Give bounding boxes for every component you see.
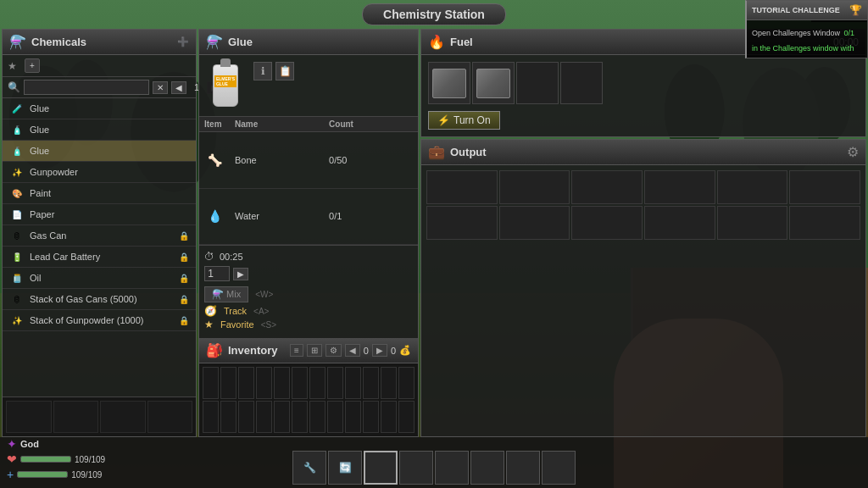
search-input[interactable] — [24, 80, 149, 95]
hotbar-slot[interactable] — [506, 451, 540, 485]
list-item[interactable]: 🛢 Gas Can 🔒 — [3, 225, 196, 247]
grid-button[interactable]: ⊞ — [307, 344, 322, 357]
chem-slot[interactable] — [147, 401, 193, 433]
ui-overlay: Chemistry Station V 1.0 (b309) Pine Fore… — [0, 0, 868, 488]
player-name: God — [20, 439, 46, 449]
prev-inv-button[interactable]: ◀ — [345, 344, 360, 357]
item-icon: 🧴 — [9, 143, 25, 158]
chem-slot[interactable] — [6, 401, 52, 433]
mix-button[interactable]: ⚗️ Mix — [204, 286, 248, 302]
inv-slot[interactable] — [238, 401, 254, 433]
next-inv-button[interactable]: ▶ — [372, 344, 387, 357]
list-item[interactable]: 🔋 Lead Car Battery 🔒 — [3, 247, 196, 268]
list-item[interactable]: 🧴 Glue — [3, 119, 196, 141]
clear-search-button[interactable]: ✕ — [153, 81, 168, 94]
inv-slot[interactable] — [220, 401, 236, 433]
inv-slot[interactable] — [203, 401, 219, 433]
fuel-slot[interactable] — [516, 62, 559, 104]
hotbar-slot[interactable]: 🔄 — [328, 451, 362, 485]
stamina-row: + 109/109 — [7, 468, 105, 481]
inv-slot[interactable] — [203, 367, 219, 399]
recipe-info-button[interactable]: ℹ — [253, 62, 272, 80]
recipe-action-icons: ℹ 📋 — [253, 62, 294, 80]
recipe-book-button[interactable]: 📋 — [275, 62, 294, 80]
output-extra-icon: ⚙ — [847, 144, 859, 160]
list-item[interactable]: ✨ Gunpowder — [3, 162, 196, 183]
output-slot[interactable] — [717, 170, 788, 204]
inv-slot[interactable] — [274, 367, 290, 399]
output-slot[interactable] — [571, 206, 643, 240]
inv-slot[interactable] — [327, 401, 343, 433]
power-icon: ⚡ — [437, 114, 450, 126]
quantity-input[interactable] — [204, 266, 230, 281]
inv-slot[interactable] — [220, 367, 236, 399]
track-label: Track — [224, 306, 247, 316]
star-filter-icon[interactable]: ★ — [8, 60, 21, 72]
player-stats: ✦ God ❤ 109/109 + 109/109 — [7, 437, 105, 481]
list-item[interactable]: 🎨 Paint — [3, 183, 196, 204]
output-title: Output — [450, 146, 487, 158]
metal-plate-icon — [476, 69, 510, 98]
inv-slot[interactable] — [381, 401, 397, 433]
output-slot[interactable] — [717, 206, 788, 240]
title-bar: Chemistry Station V 1.0 (b309) Pine Fore… — [0, 0, 868, 29]
output-slot[interactable] — [789, 206, 860, 240]
fuel-slot[interactable] — [428, 62, 470, 104]
fuel-title: Fuel — [450, 36, 473, 48]
hotbar-slot[interactable] — [470, 451, 504, 485]
ingredient-icon-cell: 💧 — [199, 188, 230, 245]
chem-slot[interactable] — [100, 401, 146, 433]
stamina-fill — [18, 472, 67, 477]
prev-page-button[interactable]: ◀ — [171, 81, 186, 94]
output-slot[interactable] — [644, 206, 715, 240]
track-row[interactable]: 🧭 Track <A> — [204, 304, 413, 318]
inv-slot[interactable] — [363, 401, 379, 433]
quantity-increase-button[interactable]: ▶ — [233, 268, 248, 280]
inventory-section: 🎒 Inventory ≡ ⊞ ⚙ ◀ 0 ▶ 0 💰 — [199, 338, 418, 436]
inv-slot[interactable] — [309, 367, 326, 399]
inv-slot[interactable] — [345, 367, 361, 399]
list-item[interactable]: 🧪 Glue — [3, 98, 196, 119]
add-item-button[interactable]: + — [25, 58, 40, 73]
chem-slot[interactable] — [53, 401, 99, 433]
output-header: 💼 Output ⚙ — [421, 140, 865, 165]
hotbar-slot[interactable] — [542, 451, 576, 485]
inv-slot[interactable] — [309, 401, 326, 433]
output-slot[interactable] — [426, 206, 498, 240]
list-item[interactable]: 📄 Paper — [3, 204, 196, 225]
turn-on-button[interactable]: ⚡ Turn On — [428, 111, 500, 130]
hotbar-slot-active[interactable] — [364, 451, 398, 485]
output-slot[interactable] — [499, 206, 570, 240]
inv-slot[interactable] — [345, 401, 361, 433]
output-slot[interactable] — [426, 170, 498, 204]
sort-button[interactable]: ≡ — [290, 344, 303, 357]
list-item[interactable]: 🫙 Oil 🔒 — [3, 268, 196, 289]
inv-slot[interactable] — [363, 367, 379, 399]
list-item[interactable]: 🛢 Stack of Gas Cans (5000) 🔒 — [3, 289, 196, 310]
favorite-row[interactable]: ★ Favorite <S> — [204, 318, 413, 331]
options-button[interactable]: ⚙ — [326, 344, 342, 357]
list-item[interactable]: ✨ Stack of Gunpowder (1000) 🔒 — [3, 310, 196, 331]
inv-slot[interactable] — [327, 367, 343, 399]
inv-slot[interactable] — [381, 367, 397, 399]
hotbar-slot[interactable]: 🔧 — [292, 451, 326, 485]
hotbar-slot[interactable] — [435, 451, 469, 485]
output-slot[interactable] — [789, 170, 860, 204]
inv-slot[interactable] — [256, 401, 272, 433]
inv-slot[interactable] — [274, 401, 290, 433]
fuel-slot[interactable] — [560, 62, 603, 104]
inv-slot[interactable] — [292, 367, 308, 399]
output-slot[interactable] — [644, 170, 715, 204]
tutorial-detail: in the Challenges window with — [752, 44, 854, 53]
tutorial-header: TUTORIAL CHALLENGE 🏆 — [747, 1, 867, 20]
list-item[interactable]: 🧴 Glue — [3, 141, 196, 162]
inv-slot[interactable] — [292, 401, 308, 433]
inv-slot[interactable] — [238, 367, 254, 399]
inv-slot[interactable] — [398, 367, 415, 399]
output-slot[interactable] — [571, 170, 643, 204]
output-slot[interactable] — [499, 170, 570, 204]
inv-slot[interactable] — [256, 367, 272, 399]
hotbar-slot[interactable] — [399, 451, 433, 485]
inv-slot[interactable] — [398, 401, 415, 433]
fuel-slot[interactable] — [472, 62, 515, 104]
